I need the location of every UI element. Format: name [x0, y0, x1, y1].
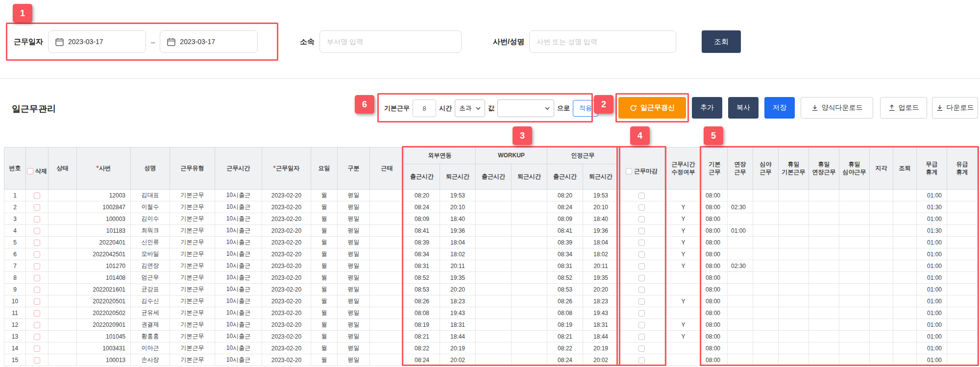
- date-to-value: 2023-03-17: [180, 38, 215, 46]
- close-checkbox[interactable]: [638, 345, 645, 352]
- close-checkbox[interactable]: [638, 216, 645, 222]
- employee-input[interactable]: [529, 30, 676, 53]
- cell-wu_in: [476, 284, 512, 295]
- del-checkbox[interactable]: [34, 298, 40, 305]
- cell-late: [870, 307, 893, 319]
- close-checkbox[interactable]: [638, 240, 645, 246]
- close-all-checkbox[interactable]: [626, 168, 632, 174]
- download-button[interactable]: 다운로드: [932, 97, 978, 119]
- cell-rec_out: 19:43: [583, 307, 619, 319]
- cell-basic: 08:00: [702, 201, 728, 213]
- work-date-label: 근무일자: [14, 37, 43, 47]
- del-checkbox[interactable]: [34, 228, 40, 234]
- close-checkbox[interactable]: [638, 287, 645, 293]
- save-button[interactable]: 저장: [764, 97, 795, 119]
- cell-overtime: 01:00: [728, 225, 753, 237]
- col-header-workdate: *근무일자: [262, 147, 311, 190]
- cell-attendance: [370, 272, 404, 284]
- close-checkbox[interactable]: [638, 228, 645, 234]
- cell-wu_in: [476, 201, 512, 213]
- copy-button[interactable]: 복사: [728, 97, 759, 119]
- cell-hol_basic: [779, 284, 809, 295]
- cell-unpaid: 01:00: [917, 284, 947, 295]
- cell-hol_night: [839, 190, 870, 201]
- cell-early: [893, 343, 917, 354]
- cell-category: 평일: [338, 248, 370, 260]
- cell-ext_in: 08:20: [404, 190, 440, 201]
- daily-work-refresh-button[interactable]: 일근무갱신: [618, 97, 686, 119]
- del-checkbox[interactable]: [34, 263, 40, 269]
- close-checkbox[interactable]: [638, 263, 645, 269]
- date-from-input[interactable]: 2023-03-17: [48, 30, 146, 53]
- cell-rec_out: 20:19: [583, 343, 619, 354]
- cell-night: [753, 307, 779, 319]
- col-header-night: 심야 근무: [753, 147, 779, 190]
- del-checkbox[interactable]: [34, 275, 40, 281]
- del-checkbox[interactable]: [34, 251, 40, 258]
- del-checkbox[interactable]: [34, 357, 40, 364]
- delete-all-checkbox[interactable]: [27, 168, 33, 174]
- cell-wu_in: [476, 248, 512, 260]
- cell-night: [753, 190, 779, 201]
- table-row: 112003김대표기본근무10시출근2023-02-20월평일08:2019:5…: [4, 190, 978, 201]
- cell-empno: 101183: [77, 225, 131, 237]
- close-checkbox[interactable]: [638, 310, 645, 317]
- cell-wu_out: [512, 331, 547, 343]
- del-checkbox[interactable]: [34, 334, 40, 340]
- cell-ext_out: 18:44: [440, 331, 476, 343]
- del-checkbox[interactable]: [34, 322, 40, 328]
- basic-hours-input[interactable]: [413, 99, 436, 117]
- del-checkbox[interactable]: [34, 240, 40, 246]
- cell-modified: [665, 284, 702, 295]
- add-button[interactable]: 추가: [692, 97, 722, 119]
- cell-wu_out: [512, 354, 547, 366]
- apply-button[interactable]: 적용: [573, 100, 598, 117]
- cell-late: [870, 354, 893, 366]
- del-checkbox[interactable]: [34, 287, 40, 293]
- table-row: 122022020901권결제기본근무10시출근2023-02-20월평일08:…: [4, 319, 978, 331]
- close-checkbox[interactable]: [638, 251, 645, 258]
- col-header-paid-break: 유급 휴게: [947, 147, 978, 190]
- col-header-overtime: 연장 근무: [728, 147, 753, 190]
- upload-button[interactable]: 업로드: [880, 97, 927, 119]
- cell-empno: 2022021601: [77, 284, 131, 295]
- cell-rec_out: 20:20: [583, 284, 619, 295]
- department-input[interactable]: [319, 30, 462, 53]
- close-checkbox[interactable]: [638, 322, 645, 328]
- cell-worktime: 10시출근: [215, 343, 262, 354]
- cell-no: 10: [4, 295, 26, 307]
- date-to-input[interactable]: 2023-03-17: [160, 30, 258, 53]
- del-checkbox[interactable]: [34, 193, 40, 199]
- cell-modified: Y: [665, 260, 702, 272]
- close-checkbox[interactable]: [638, 275, 645, 281]
- cell-workdate: 2023-02-20: [262, 201, 311, 213]
- cell-basic: 08:00: [702, 272, 728, 284]
- threshold-mode-select[interactable]: 초과: [455, 99, 485, 117]
- del-checkbox[interactable]: [34, 204, 40, 211]
- search-button[interactable]: 조회: [702, 30, 741, 53]
- close-checkbox[interactable]: [638, 298, 645, 305]
- cell-close: [619, 354, 665, 366]
- cell-name: 김수신: [131, 295, 170, 307]
- cell-no: 6: [4, 248, 26, 260]
- cell-late: [870, 343, 893, 354]
- calendar-icon: [167, 38, 175, 46]
- cell-overtime: [728, 295, 753, 307]
- cell-no: 3: [4, 213, 26, 225]
- del-checkbox[interactable]: [34, 216, 40, 222]
- del-checkbox[interactable]: [34, 310, 40, 317]
- template-download-button[interactable]: 양식다운로드: [801, 97, 873, 119]
- template-download-label: 양식다운로드: [822, 103, 863, 112]
- close-checkbox[interactable]: [638, 357, 645, 364]
- cell-empno: 2022020501: [77, 295, 131, 307]
- close-checkbox[interactable]: [638, 204, 645, 211]
- close-checkbox[interactable]: [638, 193, 645, 199]
- cell-night: [753, 225, 779, 237]
- close-checkbox[interactable]: [638, 334, 645, 340]
- del-checkbox[interactable]: [34, 345, 40, 352]
- daily-work-refresh-label: 일근무갱신: [640, 103, 675, 112]
- cell-paid: [947, 213, 978, 225]
- cell-night: [753, 284, 779, 295]
- group-header-external: 외부연동: [404, 147, 476, 164]
- value-select[interactable]: [497, 99, 554, 117]
